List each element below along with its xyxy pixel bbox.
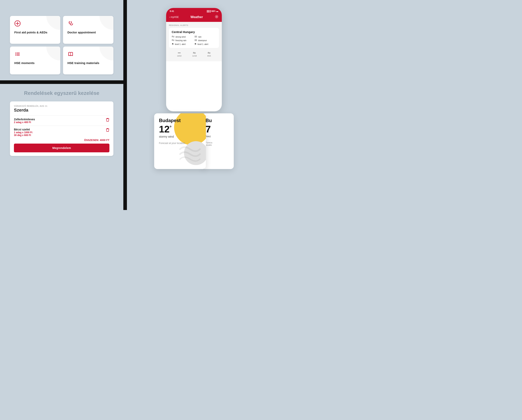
rain-icon (194, 36, 197, 38)
budapest-temperature: 12° (159, 124, 201, 135)
svg-point-13 (216, 16, 217, 17)
second-weather-card: Bu 7 freez Foreca locatio (202, 113, 234, 169)
alerts-region: Central Hungary (172, 30, 216, 34)
menu-card-hse-moments[interactable]: HSE moments (10, 46, 60, 74)
order-item-2: Bécsi szelet 1 adag x 1000 Ft 30 dkg x 6… (14, 128, 109, 137)
forecast-day-1: 14/22 (177, 52, 182, 57)
order-divider-2 (14, 126, 109, 126)
phone-nav: ‹ myHSE Weather (166, 14, 222, 22)
order-item-1: Zellerkrémleves 2 adag x 400 Ft (14, 118, 109, 124)
freezing-rain-icon (172, 39, 175, 42)
regional-alerts-label: REGIONAL ALERTS (169, 24, 219, 26)
forecast-icon-3 (207, 52, 211, 54)
doctor-label: Doctor appointment (68, 31, 109, 34)
temp-unit: ° (169, 125, 171, 130)
alert-rain: rain (194, 36, 216, 38)
forecast-icon-2 (193, 52, 196, 54)
second-city-name: Bu (206, 118, 230, 123)
order-total-value: ÖSSZESEN: 4000 FT (84, 139, 109, 142)
back-button[interactable]: ‹ myHSE (169, 16, 179, 18)
temp-value: 12 (159, 124, 169, 134)
svg-point-11 (15, 55, 16, 56)
budapest-condition: stormy wind (159, 135, 201, 138)
level-indicator-icon-1: ⚑ (172, 43, 174, 46)
second-condition: freez (206, 135, 230, 138)
phone-time: 9:41 (170, 10, 174, 12)
wifi-icon: WiFi (211, 10, 215, 12)
horizontal-divider (0, 80, 123, 84)
second-forecast-line2: locatio (206, 144, 230, 146)
forecast-range-3: 8/15 (207, 55, 211, 57)
phone-body: REGIONAL ALERTS Central Hungary stro (166, 22, 222, 61)
first-aid-icon (14, 20, 56, 28)
order-card: VÁRAKOZÓ RENDELÉS, AUG 11 Szerda Zellerk… (10, 101, 113, 156)
order-item-2-info: Bécsi szelet 1 adag x 1000 Ft 30 dkg x 6… (14, 128, 32, 137)
budapest-city-name: Budapest (159, 118, 201, 123)
budapest-weather-card: Budapest 12° stormy wind Forecast at you… (154, 113, 206, 169)
wind-icon (172, 36, 175, 38)
menu-card-hse-training[interactable]: HSE training materials (63, 46, 113, 74)
right-panel: 9:41 ▐▐▐ WiFi ▬ ‹ myHSE Weather RE (127, 0, 261, 210)
level-1b-label: level 1. alert (198, 43, 208, 45)
order-item-2-details2: 30 dkg x 600 Ft (14, 134, 32, 137)
svg-point-5 (72, 23, 73, 24)
order-item-1-name: Zellerkrémleves (14, 118, 35, 121)
forecast-day-2: 11/18 (192, 52, 197, 57)
settings-icon[interactable] (215, 15, 219, 20)
order-day: Szerda (14, 107, 109, 113)
back-chevron-icon: ‹ (169, 16, 170, 18)
order-item-1-details: 2 adag x 400 Ft (14, 121, 35, 124)
menu-card-doctor[interactable]: Doctor appointment (63, 16, 113, 44)
second-forecast-line1: Foreca (206, 141, 230, 144)
rain-label: rain (198, 36, 201, 38)
menu-grid: First aid points & AEDs Doctor appointme… (10, 16, 113, 74)
order-item-2-details1: 1 adag x 1000 Ft (14, 131, 32, 134)
strong-wind-label: strong wind (176, 36, 186, 38)
alerts-card: Central Hungary strong wind (169, 28, 219, 48)
level-1a-label: level 1. alert (175, 43, 186, 45)
forecast-icon-1 (178, 52, 181, 54)
order-header-label: VÁRAKOZÓ RENDELÉS, AUG 11 (14, 105, 109, 107)
budapest-forecast-label: Forecast at your location (159, 142, 201, 145)
svg-point-10 (15, 54, 16, 54)
forecast-day-3: 8/15 (207, 52, 211, 57)
alert-level-1a: ⚑ level 1. alert (172, 43, 193, 46)
level-indicator-icon-2: ⚑ (194, 43, 197, 46)
list-icon (14, 51, 56, 58)
section-title: Rendelések egyszerű kezelése (10, 90, 113, 97)
forecast-range-2: 11/18 (192, 55, 197, 57)
forecast-range-1: 14/22 (177, 55, 182, 57)
downpour-label: downpour (198, 39, 207, 42)
second-temperature: 7 (206, 124, 230, 135)
phone-forecast-row: 14/22 11/18 (169, 50, 219, 59)
status-icons: ▐▐▐ WiFi ▬ (206, 10, 218, 12)
alert-strong-wind: strong wind (172, 36, 193, 38)
left-panel: First aid points & AEDs Doctor appointme… (0, 0, 123, 210)
order-divider-1 (14, 115, 109, 116)
second-forecast-label: Foreca locatio (206, 141, 230, 146)
first-aid-label: First aid points & AEDs (14, 31, 56, 34)
downpour-icon (194, 39, 197, 42)
phone-mockup: 9:41 ▐▐▐ WiFi ▬ ‹ myHSE Weather RE (166, 8, 222, 111)
delete-item-2-button[interactable] (106, 128, 109, 133)
hse-moments-label: HSE moments (14, 61, 56, 65)
order-item-1-info: Zellerkrémleves 2 adag x 400 Ft (14, 118, 35, 124)
alert-downpour: downpour (194, 39, 216, 42)
order-total: ÖSSZESEN: 4000 FT (14, 139, 109, 142)
book-icon (68, 51, 109, 58)
order-item-2-name: Bécsi szelet (14, 128, 32, 131)
bottom-section: Rendelések egyszerű kezelése VÁRAKOZÓ RE… (10, 90, 113, 156)
stethoscope-icon (68, 20, 109, 28)
order-submit-button[interactable]: Megrendelem (14, 144, 109, 152)
phone-title: Weather (190, 15, 203, 19)
vertical-divider (123, 0, 127, 210)
delete-item-1-button[interactable] (106, 118, 109, 123)
alert-freezing-rain: freezing rain (172, 39, 193, 42)
phone-status-bar: 9:41 ▐▐▐ WiFi ▬ (166, 8, 222, 14)
alert-level-1b: ⚑ level 1. alert (194, 43, 216, 46)
svg-point-9 (15, 53, 16, 53)
menu-card-first-aid[interactable]: First aid points & AEDs (10, 16, 60, 44)
freezing-rain-label: freezing rain (176, 39, 186, 42)
hse-training-label: HSE training materials (68, 61, 109, 65)
back-label: myHSE (171, 16, 179, 18)
